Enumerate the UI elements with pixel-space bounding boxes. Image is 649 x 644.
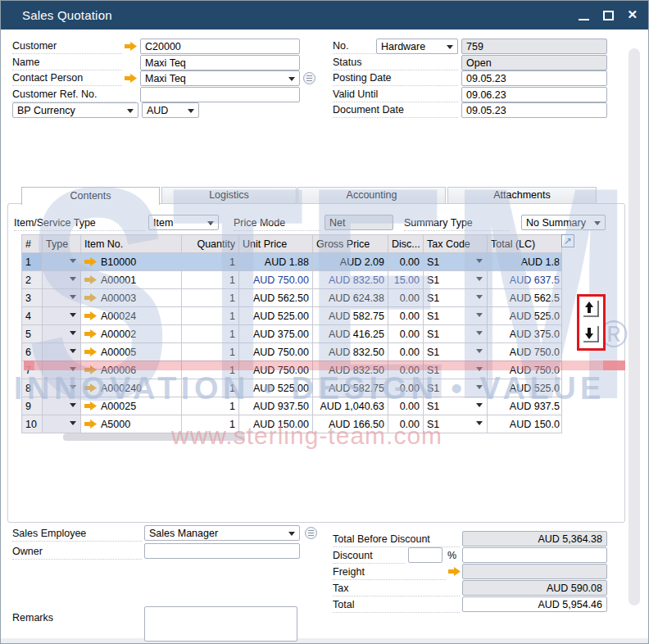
gross-price-cell[interactable]: AUD 1,040.63 xyxy=(313,397,388,415)
total-lc-cell[interactable]: AUD 1.8 xyxy=(488,253,562,271)
discount-percent-input[interactable] xyxy=(408,547,442,563)
tax-code-cell[interactable]: S1 xyxy=(424,361,488,379)
quantity-cell[interactable]: 1 xyxy=(182,379,239,397)
discount-amount-field[interactable] xyxy=(462,547,607,563)
customer-ref-field[interactable] xyxy=(140,87,300,102)
item-service-type-dropdown[interactable]: Item xyxy=(148,215,219,230)
total-lc-cell[interactable]: AUD 750.0 xyxy=(488,361,562,379)
item-no-cell[interactable]: A00003 xyxy=(81,289,182,307)
tab-contents[interactable]: Contents xyxy=(21,187,160,205)
link-arrow-icon[interactable] xyxy=(84,365,97,374)
menu-circle-icon[interactable] xyxy=(303,72,315,84)
expand-table-icon[interactable]: ↗ xyxy=(561,234,574,247)
vertical-scrollbar[interactable] xyxy=(629,48,640,605)
gross-price-cell[interactable]: AUD 2.09 xyxy=(313,253,388,271)
row-number-cell[interactable]: 7 xyxy=(22,361,43,379)
unit-price-cell[interactable]: AUD 750.00 xyxy=(239,343,313,361)
item-no-cell[interactable]: A5000 xyxy=(81,415,182,433)
item-no-cell[interactable]: A00024 xyxy=(81,307,182,325)
tax-code-cell[interactable]: S1 xyxy=(424,343,488,361)
row-number-cell[interactable]: 5 xyxy=(22,325,43,343)
row-number-cell[interactable]: 9 xyxy=(22,397,43,415)
discount-cell[interactable]: 0.00 xyxy=(388,361,424,379)
tab-accounting[interactable]: Accounting xyxy=(297,187,446,203)
quantity-cell[interactable]: 1 xyxy=(182,343,239,361)
discount-cell[interactable]: 0.00 xyxy=(388,415,424,433)
move-row-up-button[interactable] xyxy=(582,298,601,321)
type-cell[interactable] xyxy=(43,343,81,361)
unit-price-cell[interactable]: AUD 750.00 xyxy=(239,361,313,379)
unit-price-cell[interactable]: AUD 937.50 xyxy=(239,397,313,415)
quantity-cell[interactable]: 1 xyxy=(182,253,239,271)
row-number-cell[interactable]: 2 xyxy=(22,271,43,289)
quantity-cell[interactable]: 1 xyxy=(182,271,239,289)
type-cell[interactable] xyxy=(43,253,81,271)
type-cell[interactable] xyxy=(43,271,81,289)
unit-price-cell[interactable]: AUD 525.00 xyxy=(239,379,313,397)
gross-price-cell[interactable]: AUD 582.75 xyxy=(313,307,388,325)
item-no-cell[interactable]: A00002 xyxy=(81,325,182,343)
gross-price-cell[interactable]: AUD 832.50 xyxy=(313,343,388,361)
row-number-cell[interactable]: 8 xyxy=(22,379,43,397)
freight-field[interactable] xyxy=(462,564,607,579)
item-no-cell[interactable]: A00001 xyxy=(81,271,182,289)
type-cell[interactable] xyxy=(43,289,81,307)
gross-price-cell[interactable]: AUD 416.25 xyxy=(313,325,388,343)
link-arrow-icon[interactable] xyxy=(84,293,97,302)
valid-until-field[interactable]: 09.06.23 xyxy=(461,87,607,102)
discount-cell[interactable]: 0.00 xyxy=(388,325,424,343)
document-date-field[interactable]: 09.05.23 xyxy=(461,102,607,118)
item-no-cell[interactable]: A00006 xyxy=(81,361,182,379)
currency-value-dropdown[interactable]: AUD xyxy=(142,102,199,118)
row-number-cell[interactable]: 10 xyxy=(22,415,43,433)
total-lc-cell[interactable]: AUD 637.5 xyxy=(488,271,562,289)
gross-price-cell[interactable]: AUD 582.75 xyxy=(313,379,388,397)
discount-cell[interactable]: 0.00 xyxy=(388,289,424,307)
type-cell[interactable] xyxy=(43,397,81,415)
customer-field[interactable]: C20000 xyxy=(140,39,300,54)
row-number-cell[interactable]: 6 xyxy=(22,343,43,361)
quantity-cell[interactable]: 1 xyxy=(182,361,239,379)
discount-cell[interactable]: 0.00 xyxy=(388,397,424,415)
unit-price-cell[interactable]: AUD 150.00 xyxy=(239,415,313,433)
close-button[interactable]: ✕ xyxy=(627,7,638,22)
quantity-cell[interactable]: 1 xyxy=(182,397,239,415)
bp-currency-dropdown[interactable]: BP Currency xyxy=(12,102,138,118)
tax-code-cell[interactable]: S1 xyxy=(424,253,488,271)
link-arrow-icon[interactable] xyxy=(125,74,137,83)
unit-price-cell[interactable]: AUD 750.00 xyxy=(239,271,313,289)
tax-code-cell[interactable]: S1 xyxy=(424,307,488,325)
minimize-button[interactable] xyxy=(579,19,589,20)
row-number-cell[interactable]: 4 xyxy=(22,307,43,325)
tab-attachments[interactable]: Attachments xyxy=(447,187,597,203)
summary-type-dropdown[interactable]: No Summary xyxy=(521,215,606,230)
tab-logistics[interactable]: Logistics xyxy=(161,187,297,203)
unit-price-cell[interactable]: AUD 562.50 xyxy=(239,289,313,307)
owner-field[interactable] xyxy=(144,543,300,559)
maximize-button[interactable] xyxy=(603,11,614,20)
link-arrow-icon[interactable] xyxy=(84,420,97,429)
link-arrow-icon[interactable] xyxy=(84,401,97,410)
total-lc-cell[interactable]: AUD 937.5 xyxy=(488,397,562,415)
name-field[interactable]: Maxi Teq xyxy=(140,55,300,70)
item-no-cell[interactable]: A00025 xyxy=(81,397,182,415)
tax-code-cell[interactable]: S1 xyxy=(424,397,488,415)
tax-code-cell[interactable]: S1 xyxy=(424,325,488,343)
total-lc-cell[interactable]: AUD 375.0 xyxy=(488,325,562,343)
row-number-cell[interactable]: 3 xyxy=(22,289,43,307)
total-lc-cell[interactable]: AUD 150.0 xyxy=(488,415,562,433)
type-cell[interactable] xyxy=(43,379,81,397)
discount-cell[interactable]: 0.00 xyxy=(388,379,424,397)
gross-price-cell[interactable]: AUD 624.38 xyxy=(313,289,388,307)
row-number-cell[interactable]: 1 xyxy=(22,253,43,271)
move-row-down-button[interactable] xyxy=(582,323,601,346)
gross-price-cell[interactable]: AUD 166.50 xyxy=(313,415,388,433)
doc-number-field[interactable]: 759 xyxy=(461,39,607,54)
link-arrow-icon[interactable] xyxy=(84,383,97,392)
discount-cell[interactable]: 15.00 xyxy=(388,271,424,289)
quantity-cell[interactable]: 1 xyxy=(182,325,239,343)
quantity-cell[interactable]: 1 xyxy=(182,307,239,325)
total-lc-cell[interactable]: AUD 525.0 xyxy=(488,307,562,325)
discount-cell[interactable]: 0.00 xyxy=(388,343,424,361)
gross-price-cell[interactable]: AUD 832.50 xyxy=(313,361,388,379)
